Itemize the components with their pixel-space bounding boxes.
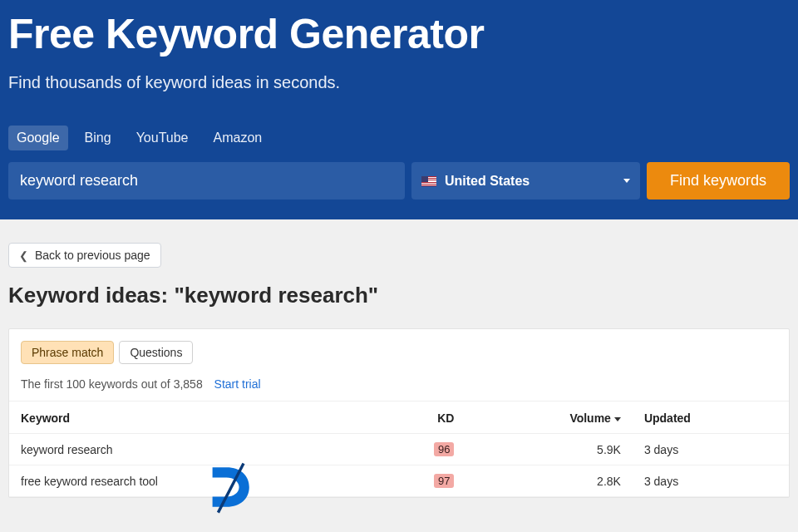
back-button[interactable]: ❮ Back to previous page — [8, 243, 161, 268]
cell-volume: 5.9K — [466, 434, 632, 466]
page-title: Free Keyword Generator — [8, 0, 790, 58]
hero: Free Keyword Generator Find thousands of… — [0, 0, 798, 219]
col-volume-label: Volume — [569, 411, 611, 425]
keyword-input[interactable] — [8, 162, 405, 200]
tab-phrase-match[interactable]: Phrase match — [21, 341, 114, 364]
kd-badge: 97 — [434, 474, 454, 488]
table-row[interactable]: free keyword research tool 97 2.8K 3 day… — [9, 466, 789, 497]
col-keyword[interactable]: Keyword — [9, 401, 368, 434]
cell-volume: 2.8K — [466, 466, 632, 497]
col-updated[interactable]: Updated — [633, 401, 789, 434]
cell-keyword: keyword research — [9, 434, 368, 466]
chevron-left-icon: ❮ — [19, 249, 28, 262]
table-row[interactable]: keyword research 96 5.9K 3 days — [9, 434, 789, 466]
col-kd[interactable]: KD — [368, 401, 466, 434]
cell-keyword: free keyword research tool — [9, 466, 368, 497]
results-info: The first 100 keywords out of 3,858 Star… — [21, 377, 777, 391]
country-select[interactable]: United States — [411, 162, 640, 200]
results-card: Phrase match Questions The first 100 key… — [8, 328, 790, 498]
cell-updated: 3 days — [633, 434, 789, 466]
cell-kd: 97 — [368, 466, 466, 497]
engine-tab-youtube[interactable]: YouTube — [128, 126, 197, 150]
back-label: Back to previous page — [35, 249, 150, 262]
find-keywords-button[interactable]: Find keywords — [647, 162, 790, 200]
result-tabs: Phrase match Questions — [21, 341, 777, 364]
country-label: United States — [445, 174, 623, 189]
chevron-down-icon — [623, 179, 630, 183]
sort-desc-icon — [614, 417, 621, 421]
search-row: United States Find keywords — [8, 162, 790, 200]
col-volume[interactable]: Volume — [466, 401, 632, 434]
results-area: ❮ Back to previous page Keyword ideas: "… — [0, 219, 798, 498]
engine-tab-amazon[interactable]: Amazon — [205, 126, 271, 150]
results-heading: Keyword ideas: "keyword research" — [8, 283, 790, 308]
page-subtitle: Find thousands of keyword ideas in secon… — [8, 73, 790, 92]
results-count-text: The first 100 keywords out of 3,858 — [21, 377, 203, 391]
engine-tab-google[interactable]: Google — [8, 126, 68, 150]
start-trial-link[interactable]: Start trial — [214, 377, 261, 391]
kd-badge: 96 — [434, 442, 454, 456]
keywords-table: Keyword KD Volume Updated keyword resear… — [9, 401, 789, 497]
engine-tabs: Google Bing YouTube Amazon — [8, 126, 790, 150]
us-flag-icon — [421, 176, 436, 186]
engine-tab-bing[interactable]: Bing — [76, 126, 120, 150]
tab-questions[interactable]: Questions — [119, 341, 193, 364]
cell-kd: 96 — [368, 434, 466, 466]
cell-updated: 3 days — [633, 466, 789, 497]
